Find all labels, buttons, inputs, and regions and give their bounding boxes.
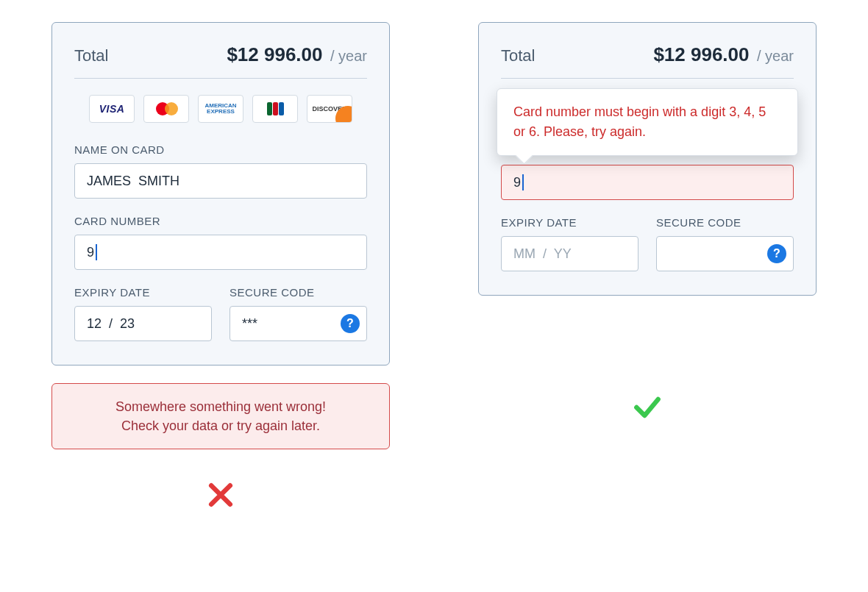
total-amount: $12 996.00: [653, 43, 749, 65]
expiry-field: EXPIRY DATE: [74, 286, 212, 341]
check-icon: [631, 391, 664, 427]
card-number-label: CARD NUMBER: [74, 215, 367, 227]
expiry-input[interactable]: [74, 306, 212, 341]
secure-code-field: SECURE CODE ?: [230, 286, 367, 341]
error-line-2: Check your data or try again later.: [67, 416, 374, 435]
card-number-input[interactable]: 9: [501, 165, 794, 200]
secure-code-field: SECURE CODE ?: [656, 216, 794, 271]
total-row: Total $12 996.00 / year: [501, 43, 794, 79]
good-example-column: Total $12 996.00 / year VISA AMERICAN EX…: [478, 22, 817, 427]
generic-error-panel: Somewhere something went wrong! Check yo…: [51, 383, 390, 449]
total-period: / year: [330, 48, 367, 64]
expiry-secure-row: EXPIRY DATE SECURE CODE ?: [74, 286, 367, 341]
payment-form-bad: Total $12 996.00 / year VISA AMERICAN EX…: [51, 22, 390, 365]
expiry-label: EXPIRY DATE: [74, 286, 212, 299]
card-number-input[interactable]: 9: [74, 235, 367, 270]
mastercard-icon: [143, 95, 189, 123]
card-brand-row: VISA AMERICAN EXPRESS DISCOVER: [74, 95, 367, 123]
amex-icon: AMERICAN EXPRESS: [198, 95, 243, 123]
jcb-icon: [252, 95, 298, 123]
name-on-card-label: NAME ON CARD: [74, 143, 367, 156]
total-label: Total: [501, 46, 535, 65]
help-icon[interactable]: ?: [341, 314, 360, 333]
help-icon[interactable]: ?: [767, 244, 786, 263]
expiry-field: EXPIRY DATE: [501, 216, 638, 271]
bad-example-column: Total $12 996.00 / year VISA AMERICAN EX…: [51, 22, 390, 514]
total-amount: $12 996.00: [227, 43, 322, 65]
total-label: Total: [74, 46, 108, 65]
expiry-label: EXPIRY DATE: [501, 216, 638, 229]
visa-icon: VISA: [89, 95, 135, 123]
total-period: / year: [757, 48, 794, 64]
card-number-field: Card number must begin with a digit 3, 4…: [501, 165, 794, 200]
name-on-card-input[interactable]: [74, 163, 367, 199]
card-number-field: CARD NUMBER 9: [74, 215, 367, 270]
comparison-row: Total $12 996.00 / year VISA AMERICAN EX…: [44, 22, 824, 514]
inline-error-tooltip: Card number must begin with a digit 3, 4…: [497, 88, 798, 156]
discover-icon: DISCOVER: [307, 95, 352, 123]
expiry-input[interactable]: [501, 236, 638, 271]
name-on-card-field: NAME ON CARD: [74, 143, 367, 199]
cross-icon: [204, 479, 237, 514]
secure-code-label: SECURE CODE: [656, 216, 794, 229]
secure-code-label: SECURE CODE: [230, 286, 367, 299]
total-row: Total $12 996.00 / year: [74, 43, 367, 79]
error-line-1: Somewhere something went wrong!: [67, 397, 374, 416]
expiry-secure-row: EXPIRY DATE SECURE CODE ?: [501, 216, 794, 271]
text-caret: [96, 244, 97, 260]
text-caret: [522, 174, 524, 190]
payment-form-good: Total $12 996.00 / year VISA AMERICAN EX…: [478, 22, 817, 296]
